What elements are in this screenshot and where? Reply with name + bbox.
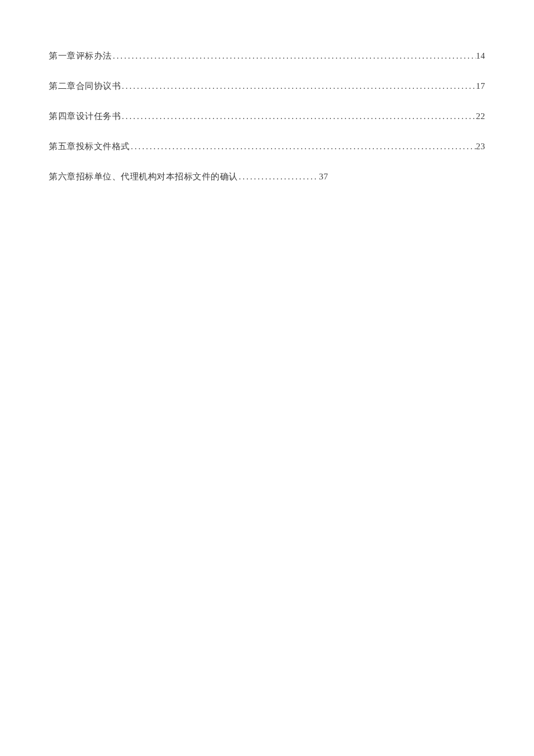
table-of-contents: 第一章评标办法 ................................… <box>49 50 485 183</box>
toc-entry: 第二章合同协议书 ...............................… <box>49 80 485 92</box>
toc-dots: ........................................… <box>130 141 477 153</box>
toc-dots: ........................................… <box>112 51 477 62</box>
toc-title: 第六章招标单位、代理机构对本招标文件的确认 <box>49 171 238 183</box>
toc-page: 37 <box>319 171 329 183</box>
toc-entry: 第四章设计任务书 ...............................… <box>49 110 485 123</box>
toc-title: 第一章评标办法 <box>49 50 112 62</box>
toc-page: 17 <box>476 80 485 92</box>
toc-page: 23 <box>476 141 485 153</box>
toc-entry: 第六章招标单位、代理机构对本招标文件的确认 ..................… <box>49 171 485 183</box>
toc-dots: ..................... <box>238 171 319 183</box>
toc-title: 第五章投标文件格式 <box>49 141 130 153</box>
toc-page: 22 <box>476 110 485 123</box>
toc-entry: 第一章评标办法 ................................… <box>49 50 485 62</box>
toc-dots: ........................................… <box>121 81 476 92</box>
toc-page: 14 <box>476 50 485 62</box>
toc-title: 第四章设计任务书 <box>49 110 121 123</box>
toc-dots: ........................................… <box>121 111 476 123</box>
toc-entry: 第五章投标文件格式 ..............................… <box>49 141 485 153</box>
toc-title: 第二章合同协议书 <box>49 80 121 92</box>
